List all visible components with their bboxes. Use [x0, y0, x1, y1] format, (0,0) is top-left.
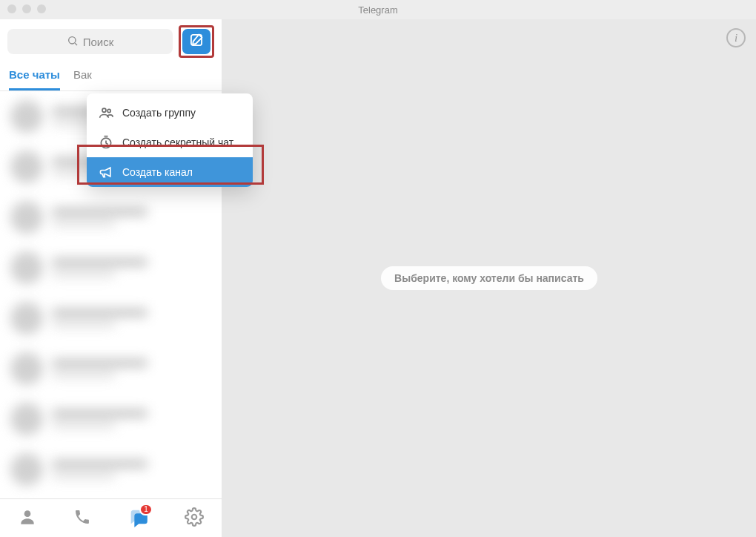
person-icon: [18, 516, 37, 529]
timer-icon: [99, 135, 113, 150]
svg-point-0: [68, 36, 75, 43]
group-icon: [99, 105, 113, 120]
avatar: [10, 352, 43, 385]
zoom-window-icon[interactable]: [37, 4, 46, 13]
menu-create-group[interactable]: Создать группу: [87, 98, 253, 128]
unread-badge: 1: [139, 504, 153, 515]
tab-all-chats[interactable]: Все чаты: [9, 68, 60, 90]
compose-highlight: [179, 25, 214, 58]
search-icon: [67, 35, 79, 49]
menu-label: Создать секретный чат: [122, 136, 233, 148]
settings-tab[interactable]: [185, 507, 204, 530]
app-frame: Поиск Все чаты Вак: [0, 19, 756, 537]
chat-icon: [127, 517, 148, 530]
menu-create-secret-chat[interactable]: Создать секретный чат: [87, 128, 253, 157]
info-icon: i: [735, 32, 737, 45]
list-item[interactable]: [0, 343, 222, 394]
tab-important[interactable]: Вак: [73, 68, 92, 90]
phone-icon: [73, 515, 91, 528]
search-row: Поиск: [0, 19, 222, 64]
avatar: [10, 403, 43, 435]
avatar: [10, 201, 43, 234]
chats-tab[interactable]: 1: [127, 507, 148, 530]
compose-menu: Создать группу Создать секретный чат Соз…: [87, 93, 253, 187]
window-controls[interactable]: [7, 4, 46, 13]
calls-tab[interactable]: [73, 508, 91, 529]
contacts-tab[interactable]: [18, 507, 37, 530]
menu-label: Создать канал: [122, 166, 193, 178]
svg-point-6: [107, 109, 110, 112]
window-title: Telegram: [358, 4, 397, 16]
info-button[interactable]: i: [726, 28, 746, 47]
list-item[interactable]: [0, 192, 222, 243]
svg-point-3: [24, 510, 31, 517]
empty-state-hint: Выберите, кому хотели бы написать: [381, 266, 597, 290]
megaphone-icon: [99, 165, 113, 179]
avatar: [10, 151, 43, 183]
folder-tabs: Все чаты Вак: [0, 64, 222, 91]
svg-point-4: [191, 514, 196, 519]
svg-line-1: [75, 43, 77, 45]
avatar: [10, 302, 43, 335]
gear-icon: [185, 516, 204, 529]
menu-create-channel[interactable]: Создать канал: [87, 157, 253, 187]
avatar: [10, 251, 43, 284]
bottom-tabbar: 1: [0, 498, 222, 537]
list-item[interactable]: [0, 293, 222, 343]
search-input[interactable]: Поиск: [7, 29, 173, 54]
titlebar: Telegram: [0, 0, 756, 19]
close-window-icon[interactable]: [7, 4, 16, 13]
avatar: [10, 453, 43, 486]
list-item[interactable]: [0, 444, 222, 495]
search-placeholder: Поиск: [83, 36, 114, 48]
svg-point-5: [102, 108, 106, 112]
list-item[interactable]: [0, 394, 222, 444]
compose-icon: [189, 33, 204, 50]
menu-label: Создать группу: [122, 107, 196, 119]
avatar: [10, 100, 43, 133]
compose-button[interactable]: [182, 29, 210, 54]
main-pane: i Выберите, кому хотели бы написать: [222, 19, 756, 537]
minimize-window-icon[interactable]: [22, 4, 31, 13]
list-item[interactable]: [0, 243, 222, 293]
